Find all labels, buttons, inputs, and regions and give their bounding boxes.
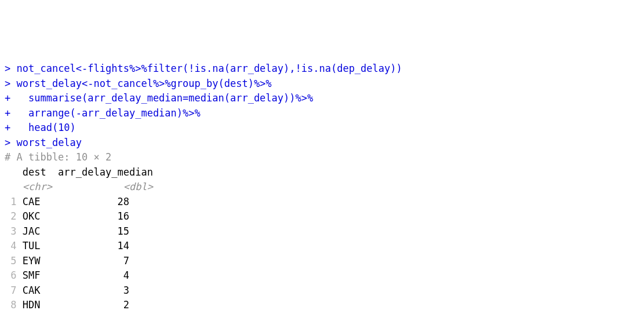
median-cell: 3 [52,285,141,296]
dest-cell: JAC [23,225,52,237]
tibble-row: 3 JAC 15 [5,224,639,239]
tibble-row: 1 CAE 28 [5,195,639,210]
row-number: 6 [5,269,23,281]
tibble-row: 2 OKC 16 [5,209,639,224]
row-number: 7 [5,285,23,296]
median-cell: 15 [52,225,141,237]
r-console-output: > not_cancel<-flights%>%filter(!is.na(ar… [5,61,639,310]
dest-cell: OKC [23,210,52,222]
r-code: worst_delay<-not_cancel%>%group_by(dest)… [16,78,271,89]
dest-cell: SMF [23,269,52,281]
continuation-symbol: + [5,92,16,104]
console-input-line: > not_cancel<-flights%>%filter(!is.na(ar… [5,61,639,76]
row-number: 2 [5,210,23,222]
row-number: 1 [5,196,23,207]
prompt-symbol: > [5,63,16,74]
median-cell: 14 [52,240,141,251]
prompt-symbol: > [5,137,16,148]
tibble-column-types: <chr> <dbl> [5,180,639,195]
tibble-column-names: dest arr_delay_median [5,165,639,180]
tibble-row: 5 EYW 7 [5,254,639,269]
r-code: head(10) [16,122,75,133]
r-code: not_cancel<-flights%>%filter(!is.na(arr_… [16,63,402,74]
tibble-dim-header: # A tibble: 10 × 2 [5,150,639,165]
dest-cell: TUL [23,240,52,251]
console-input-line: > worst_delay [5,136,639,151]
median-cell: 28 [52,196,141,207]
tibble-row: 4 TUL 14 [5,239,639,254]
dest-cell: EYW [23,255,52,267]
median-cell: 2 [52,299,141,310]
median-cell: 7 [52,255,141,267]
tibble-row: 6 SMF 4 [5,268,639,283]
r-code: summarise(arr_delay_median=median(arr_de… [16,92,313,104]
continuation-symbol: + [5,107,16,119]
r-code: worst_delay [16,137,82,148]
median-cell: 4 [52,269,141,281]
row-number: 8 [5,299,23,310]
console-input-line: + arrange(-arr_delay_median)%>% [5,106,639,121]
row-number: 4 [5,240,23,251]
console-input-line: + head(10) [5,121,639,136]
dest-cell: CAE [23,196,52,207]
tibble-row: 7 CAK 3 [5,283,639,298]
continuation-symbol: + [5,122,16,133]
console-input-line: + summarise(arr_delay_median=median(arr_… [5,91,639,106]
console-input-line: > worst_delay<-not_cancel%>%group_by(des… [5,76,639,92]
tibble-row: 8 HDN 2 [5,298,639,310]
r-code: arrange(-arr_delay_median)%>% [16,107,200,119]
row-number: 5 [5,255,23,267]
median-cell: 16 [52,210,141,222]
row-number: 3 [5,225,23,237]
prompt-symbol: > [5,78,16,89]
dest-cell: CAK [23,285,52,296]
dest-cell: HDN [23,299,52,310]
